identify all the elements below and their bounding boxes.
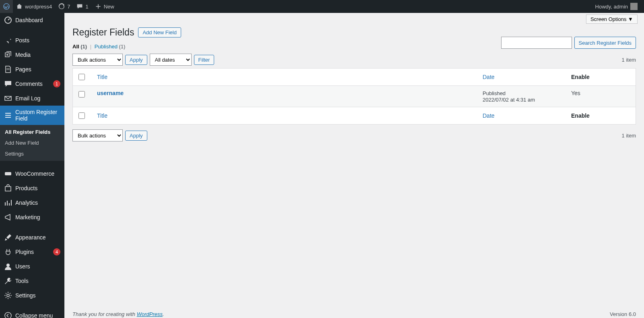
megaphone-icon — [4, 213, 12, 221]
filter-published[interactable]: Published (1) — [95, 44, 126, 50]
add-new-field-button[interactable]: Add New Field — [138, 27, 181, 37]
col-enable: Enable — [567, 69, 636, 86]
avatar — [630, 3, 638, 10]
comments[interactable]: 1 — [73, 0, 91, 13]
admin-sidebar: Dashboard Posts Media Pages Comments 1 E… — [0, 13, 64, 318]
sidebar-item-media[interactable]: Media — [0, 48, 64, 62]
sidebar-item-appearance[interactable]: Appearance — [0, 230, 64, 245]
sidebar-submenu: All Register Fields Add New Field Settin… — [0, 125, 64, 161]
filter-button[interactable]: Filter — [194, 55, 215, 65]
new-content[interactable]: New — [92, 0, 118, 13]
sidebar-item-label: Analytics — [15, 200, 60, 206]
sidebar-item-marketing[interactable]: Marketing — [0, 210, 64, 224]
cog-icon — [4, 291, 12, 299]
tool-icon — [4, 277, 12, 285]
sidebar-item-label: Marketing — [15, 214, 60, 220]
media-icon — [4, 51, 12, 59]
plugins-badge: 4 — [53, 248, 60, 256]
col-date-foot[interactable]: Date — [479, 107, 567, 124]
sidebar-item-woocommerce[interactable]: WooCommerce — [0, 166, 64, 181]
footer-version: Version 6.0 — [610, 311, 636, 317]
dashboard-icon — [4, 16, 12, 24]
svg-rect-4 — [5, 172, 11, 175]
sidebar-item-label: Products — [15, 185, 60, 191]
sidebar-item-label: WooCommerce — [15, 170, 60, 177]
svg-rect-5 — [5, 187, 11, 191]
comment-icon — [76, 3, 83, 10]
search-button[interactable]: Search Register Fields — [574, 37, 636, 49]
sidebar-collapse[interactable]: Collapse menu — [0, 308, 64, 318]
bulk-actions-select[interactable]: Bulk actions — [72, 54, 123, 66]
page-icon — [4, 65, 12, 73]
col-enable-foot: Enable — [567, 107, 636, 124]
sidebar-item-pages[interactable]: Pages — [0, 62, 64, 77]
sidebar-item-label: Comments — [15, 81, 50, 87]
footer-prefix: Thank you for creating with — [72, 311, 137, 317]
list-icon — [4, 111, 12, 119]
chart-icon — [4, 199, 12, 207]
sidebar-sub-add-new-field[interactable]: Add New Field — [0, 137, 64, 148]
sidebar-sub-settings[interactable]: Settings — [0, 148, 64, 159]
refresh-icon — [58, 3, 65, 10]
user-icon — [4, 262, 12, 270]
plus-icon — [95, 3, 101, 10]
apply-button-top[interactable]: Apply — [125, 55, 147, 65]
account[interactable]: Howdy, admin — [592, 0, 641, 13]
sidebar-item-label: Media — [15, 52, 60, 58]
sidebar-item-label: Posts — [15, 37, 60, 44]
plug-icon — [4, 248, 12, 256]
filter-all[interactable]: All (1) — [72, 44, 87, 50]
col-date[interactable]: Date — [479, 69, 567, 86]
updates[interactable]: 7 — [55, 0, 73, 13]
mail-icon — [4, 94, 12, 102]
sidebar-item-label: Settings — [15, 292, 60, 299]
comments-count: 1 — [85, 4, 88, 10]
sidebar-item-label: Appearance — [15, 234, 60, 241]
select-all-top[interactable] — [78, 74, 85, 80]
screen-options-button[interactable]: Screen Options ▼ — [586, 15, 638, 24]
search-input[interactable] — [501, 37, 572, 49]
updates-count: 7 — [67, 4, 70, 10]
sidebar-item-label: Collapse menu — [15, 312, 60, 318]
pin-icon — [4, 36, 12, 44]
sidebar-item-products[interactable]: Products — [0, 181, 64, 195]
sidebar-item-analytics[interactable]: Analytics — [0, 195, 64, 210]
svg-point-2 — [6, 54, 8, 56]
sidebar-item-users[interactable]: Users — [0, 259, 64, 274]
sidebar-item-comments[interactable]: Comments 1 — [0, 77, 64, 91]
sidebar-sub-all-register-fields[interactable]: All Register Fields — [0, 127, 64, 137]
sidebar-item-plugins[interactable]: Plugins 4 — [0, 245, 64, 259]
svg-point-7 — [7, 294, 9, 297]
row-checkbox[interactable] — [78, 91, 85, 98]
page-title: Register Fields — [72, 27, 134, 38]
sidebar-item-tools[interactable]: Tools — [0, 274, 64, 288]
sidebar-item-label: Dashboard — [15, 17, 60, 23]
footer-wp-link[interactable]: WordPress — [137, 311, 163, 317]
sidebar-item-posts[interactable]: Posts — [0, 33, 64, 48]
new-label: New — [104, 4, 114, 10]
col-title[interactable]: Title — [93, 69, 479, 86]
sidebar-item-dashboard[interactable]: Dashboard — [0, 13, 64, 27]
sidebar-item-label: Email Log — [15, 95, 60, 102]
sidebar-item-email-log[interactable]: Email Log — [0, 91, 64, 106]
collapse-icon — [4, 312, 12, 318]
row-title-link[interactable]: username — [97, 90, 124, 96]
sidebar-item-label: Plugins — [15, 249, 50, 255]
bulk-actions-select-bottom[interactable]: Bulk actions — [72, 129, 123, 141]
sidebar-item-settings[interactable]: Settings — [0, 288, 64, 303]
sidebar-item-label: Users — [15, 263, 60, 270]
item-count-top: 1 item — [622, 57, 636, 63]
date-filter-select[interactable]: All dates — [150, 54, 192, 66]
row-status: Published — [483, 90, 506, 96]
sidebar-item-custom-register-field[interactable]: Custom Register Field — [0, 106, 64, 125]
register-fields-table: Title Date Enable username Published 202… — [72, 68, 636, 125]
wp-logo[interactable] — [0, 0, 13, 13]
site-name[interactable]: wordpress4 — [13, 0, 55, 13]
item-count-bottom: 1 item — [622, 133, 636, 139]
product-icon — [4, 184, 12, 192]
select-all-bottom[interactable] — [78, 112, 85, 119]
apply-button-bottom[interactable]: Apply — [125, 131, 147, 141]
woo-icon — [4, 170, 12, 178]
col-title-foot[interactable]: Title — [93, 107, 479, 124]
sidebar-item-label: Pages — [15, 66, 60, 73]
